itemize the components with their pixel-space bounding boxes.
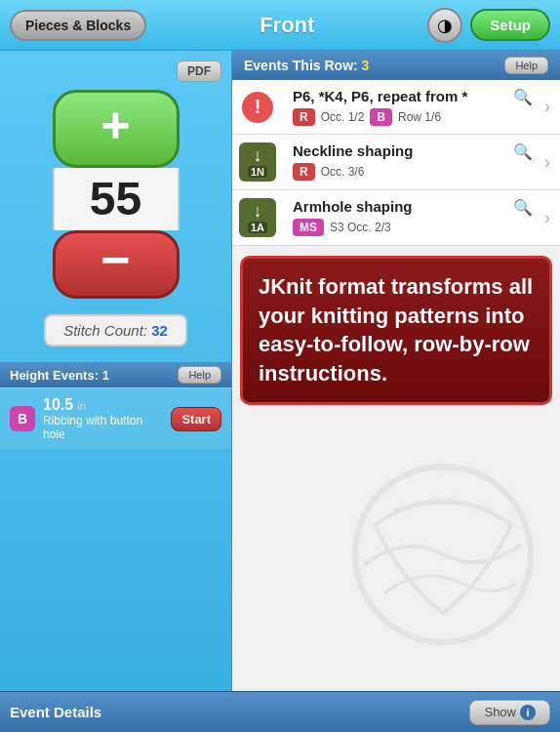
event-search-2[interactable]: 🔍 [513, 142, 533, 161]
tag-occ-2: Occ. 3/6 [321, 165, 365, 179]
events-help-button[interactable]: Help [504, 57, 548, 74]
theme-toggle-button[interactable]: ◑ [427, 8, 462, 43]
event-title-1: P6, *K4, P6, repeat from * [293, 88, 535, 104]
event-content-2: Neckline shaping R Occ. 3/6 [283, 135, 544, 189]
arrow-icon-2: ↓ [254, 146, 262, 164]
event-icon-3: ↓ 1A [232, 190, 283, 245]
pieces-blocks-button[interactable]: Pieces & Blocks [10, 10, 146, 41]
minus-icon: − [100, 234, 130, 285]
arrow-down-box-3: ↓ 1A [239, 198, 276, 237]
chevron-right-icon-1: › [544, 80, 560, 134]
event-search-3[interactable]: 🔍 [513, 198, 533, 217]
height-event-row: B 10.5 in Ribbing with button hole Start [0, 387, 231, 449]
tag-r-2: R [293, 163, 315, 181]
height-events-bar: Height Events: 1 Help [0, 362, 231, 387]
bottom-bar: Event Details Show i [0, 691, 560, 732]
event-badge: B [10, 406, 35, 431]
decrement-button[interactable]: − [53, 230, 180, 299]
event-details-title: Event Details [10, 704, 101, 720]
right-panel: Events This Row: 3 Help ! P6, *K4, P6, r… [232, 51, 560, 691]
svg-point-0 [355, 467, 531, 642]
increment-button[interactable]: + [53, 90, 180, 168]
event-icon-2: ↓ 1N [232, 135, 283, 189]
exclamation-icon: ! [242, 92, 273, 123]
event-start-button[interactable]: Start [171, 407, 221, 431]
event-search-1[interactable]: 🔍 [513, 88, 533, 106]
app-header: Pieces & Blocks Front ◑ Setup [0, 0, 560, 51]
height-events-help-button[interactable]: Help [178, 366, 221, 384]
stitch-count-label: Stitch Count: 32 [44, 314, 187, 346]
event-item-3[interactable]: ↓ 1A Armhole shaping MS S3 Occ. 2/3 🔍 › [232, 190, 560, 246]
counter-display: 55 [53, 168, 180, 230]
event-item-1[interactable]: ! P6, *K4, P6, repeat from * R Occ. 1/2 … [232, 80, 560, 135]
event-title-2: Neckline shaping [293, 142, 535, 159]
arrow-icon-3: ↓ [254, 202, 262, 220]
yarn-watermark [345, 457, 540, 652]
events-header: Events This Row: 3 Help [232, 51, 560, 80]
setup-button[interactable]: Setup [470, 9, 550, 41]
header-right-controls: ◑ Setup [427, 8, 550, 43]
promo-text: JKnit format transforms all your knittin… [259, 272, 534, 388]
events-title: Events This Row: 3 [244, 58, 369, 73]
plus-icon: + [100, 100, 130, 150]
chevron-right-icon-2: › [544, 135, 560, 189]
event-title-3: Armhole shaping [293, 198, 535, 215]
event-unit: in [78, 400, 87, 412]
tag-row-1: Row 1/6 [398, 110, 441, 124]
theme-icon: ◑ [437, 15, 453, 36]
event-number: 10.5 [43, 396, 73, 413]
event-tags-1: R Occ. 1/2 B Row 1/6 [293, 108, 535, 126]
event-label-2: 1N [248, 166, 267, 178]
main-content: PDF + 55 − Stitch Count: 32 Height Event… [0, 51, 560, 691]
event-description: Ribbing with button hole [43, 414, 163, 441]
tag-r-1: R [293, 108, 315, 126]
event-label-3: 1A [248, 222, 267, 233]
pdf-button[interactable]: PDF [177, 61, 221, 82]
page-title: Front [260, 13, 314, 38]
event-item-2[interactable]: ↓ 1N Neckline shaping R Occ. 3/6 🔍 › [232, 135, 560, 190]
tag-b-1: B [370, 108, 392, 126]
stitch-count-value: 32 [151, 322, 168, 339]
tag-ms-3: MS [293, 219, 324, 236]
left-panel: PDF + 55 − Stitch Count: 32 Height Event… [0, 51, 232, 691]
info-icon: i [520, 705, 536, 720]
event-tags-2: R Occ. 3/6 [293, 163, 535, 181]
event-icon-1: ! [232, 80, 283, 134]
show-button[interactable]: Show i [469, 700, 550, 725]
event-info: 10.5 in Ribbing with button hole [43, 396, 163, 441]
tag-occ-3: S3 Occ. 2/3 [330, 221, 391, 234]
event-tags-3: MS S3 Occ. 2/3 [293, 219, 535, 236]
promo-banner: JKnit format transforms all your knittin… [240, 256, 552, 405]
chevron-right-icon-3: › [544, 190, 560, 245]
height-events-label: Height Events: 1 [10, 368, 109, 383]
events-count: 3 [362, 58, 370, 73]
arrow-down-box-2: ↓ 1N [239, 142, 276, 182]
event-content-3: Armhole shaping MS S3 Occ. 2/3 [283, 190, 544, 245]
event-content-1: P6, *K4, P6, repeat from * R Occ. 1/2 B … [283, 80, 544, 134]
tag-occ-1: Occ. 1/2 [321, 110, 365, 124]
